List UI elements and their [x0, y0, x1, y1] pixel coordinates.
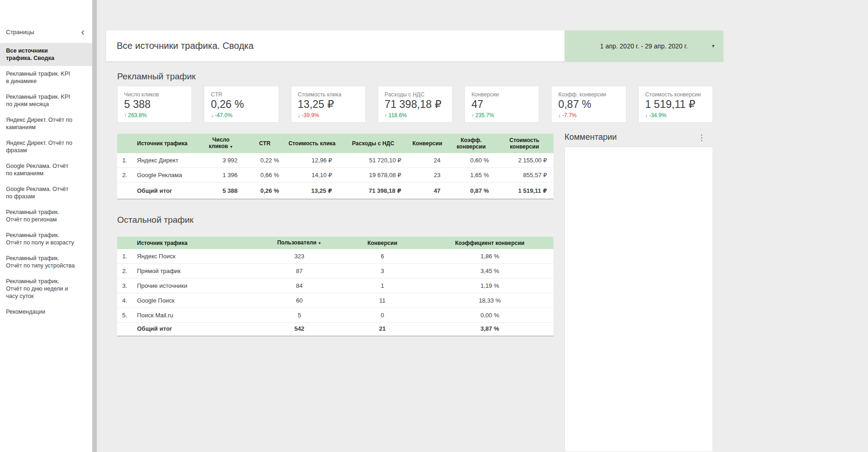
table-cell [117, 323, 136, 336]
table-row[interactable]: 2.Google Реклама1 3960,66 %14,10 ₽19 678… [117, 168, 553, 183]
table-cell [117, 183, 136, 199]
column-header[interactable]: CTR [244, 134, 285, 153]
table-cell: Яндекс Поиск [136, 249, 260, 264]
collapse-sidebar-icon[interactable]: ‹ [80, 29, 86, 36]
kpi-label: Конверсии [471, 91, 532, 98]
kpi-delta: ↑118.6% [385, 112, 446, 119]
kpi-card: Стоимость клика13,25 ₽↓-39.9% [291, 86, 366, 123]
kpi-label: Расходы с НДС [385, 91, 446, 98]
kpi-delta-value: 235.7% [476, 112, 494, 119]
sidebar-item[interactable]: Яндекс Директ. Отчёт по кампаниям [0, 112, 92, 135]
table-cell: 13,25 ₽ [285, 183, 339, 199]
other-traffic-table: Источник трафикаПользователи▼КонверсииКо… [117, 237, 553, 336]
other-traffic-section-title: Остальной трафик [117, 215, 194, 225]
table-cell: 11 [339, 293, 426, 308]
table-row[interactable]: 1.Яндекс Поиск32361,86 % [117, 249, 553, 264]
sidebar-header: Страницы ‹ [0, 0, 92, 43]
comments-panel[interactable] [565, 147, 713, 452]
kpi-cards-row: Число кликов5 388↑263.8%CTR0,26 %↓-47.0%… [117, 86, 713, 123]
sidebar-scrollbar[interactable] [92, 0, 97, 452]
table-row[interactable]: 3.Прочие источники8411,19 % [117, 279, 553, 293]
table-cell: 3 [339, 264, 426, 279]
table-cell: Поиск Mail.ru [136, 308, 260, 323]
table-cell: 19 678,08 ₽ [339, 168, 408, 183]
sidebar-item[interactable]: Рекламный трафик. Отчёт по полу и возрас… [0, 227, 92, 250]
column-header[interactable]: Расходы с НДС [339, 134, 408, 153]
pages-list: Все источники трафика. СводкаРекламный т… [0, 43, 92, 320]
table-cell: 2. [117, 168, 136, 183]
report-canvas: Все источники трафика. Сводка 1 апр. 202… [97, 0, 868, 452]
column-header[interactable]: Коэфф. конверсии [447, 134, 495, 153]
column-header[interactable]: Число кликов▼ [198, 134, 244, 153]
kpi-label: Стоимость конверсии [645, 91, 706, 98]
kpi-value: 0,87 % [558, 98, 619, 111]
kpi-value: 0,26 % [211, 98, 272, 111]
table-cell: 1. [117, 153, 136, 168]
table-cell: 3. [117, 279, 136, 293]
sidebar-item[interactable]: Все источники трафика. Сводка [0, 43, 92, 66]
table-cell: 0,00 % [426, 308, 553, 323]
sort-descending-icon: ▼ [318, 241, 321, 245]
arrow-up-icon: ↑ [471, 113, 474, 118]
kpi-delta: ↓-7.7% [558, 112, 619, 119]
table-cell: 855,57 ₽ [495, 168, 553, 183]
table-cell: 5 [260, 308, 339, 323]
table-cell: Google Поиск [136, 293, 260, 308]
column-header[interactable]: Коэффициент конверсии [426, 237, 553, 249]
kpi-delta-value: 118.6% [388, 112, 407, 119]
table-cell: 1,19 % [426, 279, 553, 293]
column-header[interactable]: Источник трафика [136, 237, 260, 249]
sidebar-item[interactable]: Рекламный трафик. Отчёт по регионам [0, 204, 92, 227]
date-range-picker[interactable]: 1 апр. 2020 г. - 29 апр. 2020 г. ▼ [565, 30, 723, 61]
table-cell: 0,22 % [244, 153, 285, 168]
sidebar-item[interactable]: Рекламный трафик. Отчёт по дню недели и … [0, 274, 92, 304]
sidebar-item[interactable]: Рекламный трафик. Отчёт по типу устройст… [0, 250, 92, 274]
table-header-row: Источник трафикаПользователи▼КонверсииКо… [117, 237, 553, 249]
table-cell: 24 [408, 153, 447, 168]
sidebar-item[interactable]: Яндекс Директ. Отчёт по фразам [0, 135, 92, 158]
table-cell: 0 [339, 308, 426, 323]
table-row[interactable]: 1.Яндекс Директ3 9920,22 %12,96 ₽51 720,… [117, 153, 553, 168]
more-vert-icon[interactable]: ⋮ [696, 133, 707, 143]
sidebar-item[interactable]: Google Реклама. Отчёт по кампаниям [0, 158, 92, 181]
kpi-delta-value: -34.9% [649, 112, 666, 119]
index-column-header [117, 237, 136, 249]
ad-traffic-table: Источник трафикаЧисло кликов▼CTRСтоимост… [117, 134, 553, 199]
kpi-card: Расходы с НДС71 398,18 ₽↑118.6% [378, 86, 452, 123]
arrow-down-icon: ↓ [558, 113, 561, 118]
kpi-value: 1 519,11 ₽ [645, 98, 706, 111]
table-cell: 51 720,10 ₽ [339, 153, 408, 168]
table-row[interactable]: 2.Прямой трафик8733,45 % [117, 264, 553, 279]
table-row[interactable]: 4.Google Поиск601118,33 % [117, 293, 553, 308]
ad-traffic-section-title: Рекламный трафик [117, 71, 196, 82]
table-cell: 3,87 % [426, 323, 553, 336]
sidebar-item[interactable]: Рекламный трафик. KPI по дням месяца [0, 89, 92, 112]
column-header[interactable]: Источник трафика [136, 134, 198, 153]
kpi-card: Конверсии47↑235.7% [464, 86, 539, 123]
column-header[interactable]: Конверсии [339, 237, 426, 249]
column-header[interactable]: Пользователи▼ [260, 237, 339, 249]
table-row[interactable]: 5.Поиск Mail.ru500,00 % [117, 308, 553, 323]
table-cell: 23 [408, 168, 447, 183]
kpi-delta: ↑263.8% [124, 112, 185, 119]
caret-down-icon: ▼ [711, 44, 715, 48]
sidebar-item[interactable]: Рекомендации [0, 304, 92, 320]
table-cell: 1,65 % [447, 168, 495, 183]
table-cell: 5 388 [198, 183, 244, 199]
kpi-value: 5 388 [124, 98, 185, 111]
kpi-delta: ↓-34.9% [645, 112, 706, 119]
sidebar-item[interactable]: Рекламный трафик. KPI в динамике [0, 66, 92, 89]
column-header[interactable]: Конверсии [408, 134, 447, 153]
table-cell: 542 [260, 323, 339, 336]
sidebar-item[interactable]: Google Реклама. Отчёт по фразам [0, 181, 92, 204]
arrow-down-icon: ↓ [645, 113, 648, 118]
table-cell: 47 [408, 183, 447, 199]
column-header[interactable]: Стоимость клика [285, 134, 339, 153]
table-cell: 21 [339, 323, 426, 336]
kpi-delta-value: -47.0% [215, 112, 232, 119]
table-cell: 0,26 % [244, 183, 285, 199]
table-cell: 0,60 % [447, 153, 495, 168]
column-header[interactable]: Стоимость конверсии [495, 134, 553, 153]
table-cell: 1 396 [198, 168, 244, 183]
kpi-value: 71 398,18 ₽ [385, 98, 446, 111]
